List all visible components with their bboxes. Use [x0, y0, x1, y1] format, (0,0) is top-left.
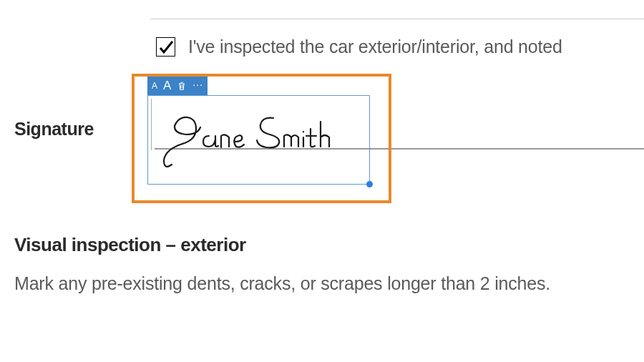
more-options-button[interactable]: ···	[192, 79, 203, 92]
signature-handwriting	[159, 106, 359, 170]
section-heading: Visual inspection – exterior	[14, 234, 246, 256]
font-size-large-button[interactable]: A	[163, 79, 171, 93]
trash-icon	[177, 81, 187, 91]
signature-text-cursor-edge	[151, 99, 152, 150]
resize-handle[interactable]	[366, 181, 373, 187]
signature-row: Signature	[14, 119, 122, 140]
font-size-small-button[interactable]: A	[152, 81, 157, 91]
section-body-text: Mark any pre-existing dents, cracks, or …	[14, 273, 550, 294]
signature-toolbar: A A ···	[147, 77, 208, 95]
check-icon	[157, 39, 175, 56]
top-field-border	[150, 19, 644, 19]
inspection-checkbox-row: I've inspected the car exterior/interior…	[156, 36, 562, 57]
signature-label: Signature	[14, 119, 94, 140]
inspected-checkbox-label: I've inspected the car exterior/interior…	[188, 36, 562, 57]
delete-button[interactable]	[177, 81, 187, 91]
signature-field[interactable]	[159, 106, 359, 173]
inspected-checkbox[interactable]	[156, 37, 175, 57]
